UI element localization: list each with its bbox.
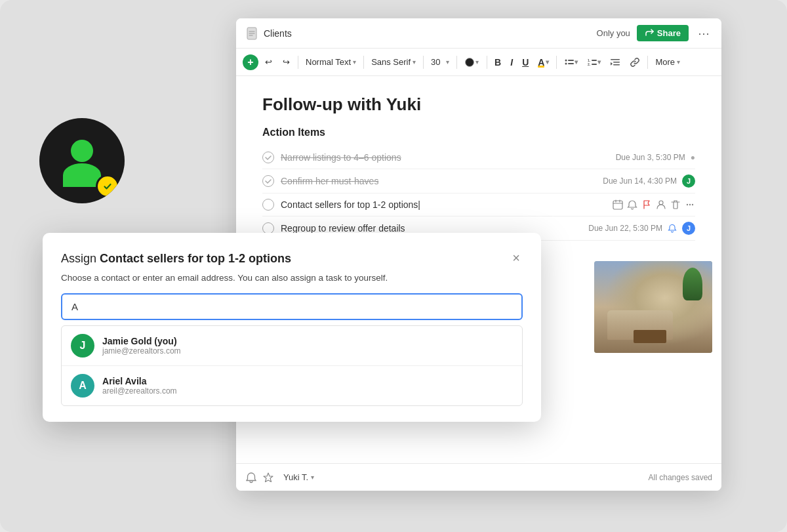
separator-6 xyxy=(556,56,557,69)
add-content-button[interactable]: + xyxy=(243,54,258,70)
statusbar-left: Yuki T. ▾ xyxy=(245,470,318,484)
indent-button[interactable] xyxy=(607,54,624,70)
flag-icon[interactable] xyxy=(641,199,652,210)
modal-subtitle: Choose a contact or enter an email addre… xyxy=(61,273,523,283)
contact-name-2: Ariel Avila xyxy=(102,376,513,386)
task-item: Narrow listings to 4–6 options Due Jun 3… xyxy=(262,146,695,169)
assign-modal: Assign Contact sellers for top 1-2 optio… xyxy=(43,233,541,422)
svg-text:2.: 2. xyxy=(588,62,591,66)
task-meta-2: Due Jun 14, 4:30 PM J xyxy=(603,174,695,188)
svg-point-4 xyxy=(565,62,567,64)
trash-icon[interactable] xyxy=(670,199,681,210)
chevron-down-icon-6: ▾ xyxy=(575,58,578,66)
modal-close-button[interactable]: × xyxy=(510,251,523,264)
star-icon[interactable] xyxy=(262,472,274,483)
avatar-head xyxy=(71,140,93,162)
task-checkbox-active[interactable] xyxy=(262,199,274,211)
color-dot xyxy=(465,58,474,67)
room-image-inner xyxy=(594,261,712,353)
task-meta: Due Jun 3, 5:30 PM ● xyxy=(616,153,695,162)
room-image xyxy=(594,261,712,353)
separator-1 xyxy=(298,56,298,69)
document-topbar: Clients Only you Share ⋯ xyxy=(236,18,721,49)
svg-point-2 xyxy=(565,59,567,61)
contact-info-2: Ariel Avila areil@zerealtors.com xyxy=(102,376,513,396)
room-plant xyxy=(683,268,702,300)
person-icon[interactable] xyxy=(656,199,666,210)
numbered-list-button[interactable]: 1. 2. ▾ xyxy=(584,54,604,70)
svg-rect-5 xyxy=(568,63,574,64)
font-family-label: Sans Serif xyxy=(371,57,411,67)
all-changes-saved-label: All changes saved xyxy=(649,473,712,482)
font-family-dropdown[interactable]: Sans Serif ▾ xyxy=(368,55,419,69)
task-meta-4: Due Jun 22, 5:30 PM J xyxy=(588,222,695,235)
bell-small-icon xyxy=(668,224,677,233)
separator-2 xyxy=(363,56,364,69)
bell-icon[interactable] xyxy=(627,199,637,210)
task-avatar-4: J xyxy=(682,222,695,235)
chevron-down-icon-4: ▾ xyxy=(475,58,479,66)
link-button[interactable] xyxy=(626,54,643,70)
contacts-list: J Jamie Gold (you) jamie@zerealtors.com … xyxy=(61,325,523,406)
modal-header: Assign Contact sellers for top 1-2 optio… xyxy=(61,251,523,266)
italic-button[interactable]: I xyxy=(507,54,516,70)
bold-button[interactable]: B xyxy=(491,54,504,70)
user-label: Yuki T. xyxy=(283,472,308,482)
bullet-list-button[interactable]: ▾ xyxy=(561,54,581,70)
link-icon xyxy=(630,57,640,68)
chevron-down-icon-8: ▾ xyxy=(677,58,680,66)
contact-list-item[interactable]: J Jamie Gold (you) jamie@zerealtors.com xyxy=(62,326,522,366)
contact-list-item-2[interactable]: A Ariel Avila areil@zerealtors.com xyxy=(62,366,522,405)
contact-avatar-2: A xyxy=(71,374,94,398)
section-title: Action Items xyxy=(262,127,695,138)
separator-3 xyxy=(423,56,424,69)
redo-button[interactable]: ↪ xyxy=(279,54,294,70)
underline-button[interactable]: U xyxy=(519,54,532,70)
share-button[interactable]: Share xyxy=(637,25,689,41)
notification-bell-icon[interactable] xyxy=(245,472,257,483)
svg-rect-13 xyxy=(613,201,622,209)
task-text: Narrow listings to 4–6 options xyxy=(281,152,616,163)
document-statusbar: Yuki T. ▾ All changes saved xyxy=(236,463,721,491)
more-task-icon[interactable] xyxy=(685,199,695,210)
numbered-list-icon: 1. 2. xyxy=(587,57,597,68)
task-checkbox-done[interactable] xyxy=(262,152,274,163)
text-style-dropdown[interactable]: Normal Text ▾ xyxy=(302,55,359,69)
contact-name: Jamie Gold (you) xyxy=(102,336,513,346)
svg-point-15 xyxy=(687,204,688,205)
task-checkbox-done-2[interactable] xyxy=(262,175,274,187)
user-pill[interactable]: Yuki T. ▾ xyxy=(279,470,318,484)
separator-7 xyxy=(647,56,648,69)
undo-button[interactable]: ↩ xyxy=(261,54,276,70)
text-color-button[interactable]: ▾ xyxy=(461,55,483,70)
task-dot: ● xyxy=(691,153,695,162)
undo-icon: ↩ xyxy=(265,57,272,67)
background-avatar xyxy=(39,118,125,203)
more-dropdown[interactable]: More ▾ xyxy=(652,55,683,69)
more-options-icon[interactable]: ⋯ xyxy=(695,25,712,42)
assign-search-input[interactable] xyxy=(61,293,523,320)
due-date-2: Due Jun 14, 4:30 PM xyxy=(603,176,677,186)
task-text-4: Regroup to review offer details xyxy=(281,223,588,234)
due-date: Due Jun 3, 5:30 PM xyxy=(616,153,685,162)
font-size-dropdown[interactable]: 30 ▾ xyxy=(428,55,453,69)
svg-point-0 xyxy=(102,181,113,192)
chevron-down-icon-3: ▾ xyxy=(446,58,449,66)
contact-avatar: J xyxy=(71,334,94,358)
chevron-down-icon-7: ▾ xyxy=(597,58,601,66)
task-text-active: Contact sellers for top 1-2 options| xyxy=(281,199,607,210)
more-label: More xyxy=(655,57,675,67)
chevron-down-icon-2: ▾ xyxy=(413,58,416,66)
svg-rect-11 xyxy=(613,62,620,63)
highlight-button[interactable]: A ▾ xyxy=(535,54,552,70)
chevron-down-icon-5: ▾ xyxy=(546,58,549,66)
task-avatar: J xyxy=(682,174,695,188)
svg-point-17 xyxy=(692,204,693,205)
text-style-label: Normal Text xyxy=(306,57,351,67)
task-text-2: Confirm her must-haves xyxy=(281,176,603,186)
indent-icon xyxy=(610,57,620,68)
document-main-title: Follow-up with Yuki xyxy=(262,94,695,115)
avatar-checkmark-badge xyxy=(96,174,119,198)
svg-rect-3 xyxy=(568,60,574,61)
calendar-icon[interactable] xyxy=(613,199,623,210)
